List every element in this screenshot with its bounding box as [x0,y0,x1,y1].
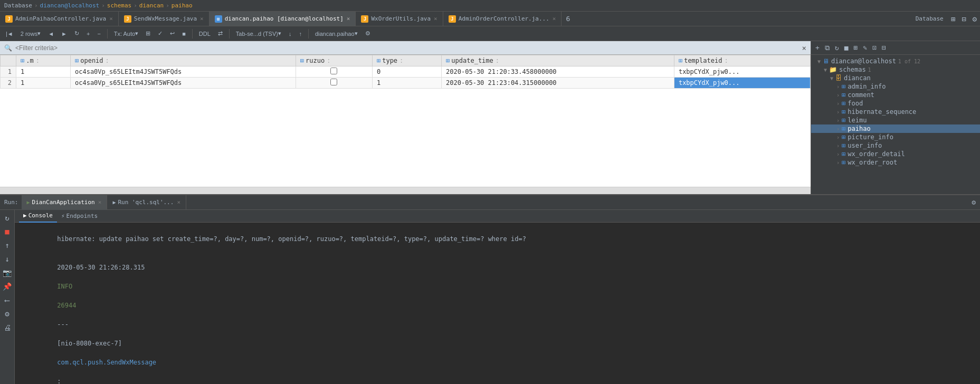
tab-close-icon[interactable]: × [177,199,180,206]
cell-update-time[interactable]: 2020-05-30 21:20:33.458000000 [442,66,674,78]
tab-adminpaihacontroller[interactable]: J AdminPaihaoController.java × [0,12,119,26]
tree-item-admin-info[interactable]: › ⊞ admin_info [811,82,980,91]
expand-icon[interactable]: ⊞ [948,15,958,23]
pin-btn[interactable]: 📌 [1,281,13,292]
import-btn[interactable]: ↑ [296,30,305,37]
refresh-btn[interactable]: ↻ [72,30,82,37]
gear-icon[interactable]: ⚙ [972,198,976,206]
sub-tab-endpoints[interactable]: ⚡ Endpoints [57,210,102,223]
tree-item-hibernate-sequence[interactable]: › ⊞ hibernate_sequence [811,108,980,116]
tab-sendwxmessage[interactable]: J SendWxMessage.java × [119,12,210,26]
cell-m[interactable]: 1 [16,66,71,78]
col-header-m[interactable]: ⊞.m: [16,55,71,66]
col-header-update-time[interactable]: ⊞update_time: [442,55,674,66]
cell-openid[interactable]: oc4sa0Vp_s65LEItm4JSWT5WFQds [70,78,296,89]
tab-adminordercontroller[interactable]: J AdminOrderController.ja... × [443,12,562,26]
cell-update-time[interactable]: 2020-05-30 21:23:04.315000000 [442,78,674,89]
settings-btn[interactable]: ⚙ [3,308,11,320]
cell-type[interactable]: 0 [372,66,441,78]
nav-first-btn[interactable]: |◄ [3,30,16,37]
stop-btn[interactable]: ■ [179,30,188,37]
col-header-templateid[interactable]: ⊞templateid: [674,55,810,66]
ruzuo-checkbox[interactable] [330,79,337,85]
tab-close-icon[interactable]: × [347,15,350,22]
tree-item-diancan[interactable]: ▼ 🗄 diancan [811,74,980,82]
breadcrumb-item-database[interactable]: Database [4,2,32,9]
left-arrow-btn[interactable]: ⟵ [3,294,11,306]
remove-btn[interactable]: − [94,30,103,37]
tree-item-comment[interactable]: › ⊞ comment [811,91,980,99]
tree-refresh-btn[interactable]: ↻ [833,43,841,53]
nav-next-btn[interactable]: ► [59,30,70,37]
cell-openid[interactable]: oc4sa0Vp_s65LEItm4JSWT5WFQds [70,66,296,78]
filter-input[interactable] [15,44,800,52]
settings-icon[interactable]: ⚙ [969,15,980,23]
ddl-btn[interactable]: DDL [196,30,213,37]
tree-stop-btn[interactable]: ■ [842,43,851,53]
add-btn[interactable]: + [84,30,92,37]
check-btn[interactable]: ✓ [155,30,165,37]
camera-btn[interactable]: 📷 [1,267,13,279]
tab-wxorderutils[interactable]: J WxOrderUtils.java × [356,12,443,26]
tree-item-picture-info[interactable]: › ⊞ picture_info [811,133,980,141]
breadcrumb-item-host[interactable]: diancan@localhost [40,2,100,9]
ddl-extra-btn[interactable]: ⇄ [215,30,225,37]
undo-btn[interactable]: ↩ [167,30,177,37]
schema-dropdown[interactable]: diancan.paihao ▾ [312,30,360,37]
tab-diancan-paihao[interactable]: ⊞ diancan.paihao [diancan@localhost] × [210,12,356,26]
tree-prop-btn[interactable]: ⊡ [870,43,879,53]
tab-more-button[interactable]: 6 [562,15,574,23]
db-panel: 🔍 × ⊞.m: ⊞openid: ⊞ruzuo: ⊞type: ⊞update… [0,41,811,194]
bottom-tab-diancanapp[interactable]: ▶ DianCanApplication × [22,195,108,210]
tab-close-icon[interactable]: × [434,15,437,22]
split-icon[interactable]: ⊟ [958,15,969,23]
col-header-openid[interactable]: ⊞openid: [70,55,296,66]
breadcrumb-item-paihao[interactable]: paihao [172,2,193,9]
bottom-tab-qclsql[interactable]: ▶ Run 'qcl.sql'... × [107,195,186,210]
tab-close-icon[interactable]: × [98,199,102,206]
sub-tab-console[interactable]: ▶ Console [19,210,57,223]
ruzuo-checkbox[interactable] [330,68,337,74]
print-btn[interactable]: 🖨 [2,322,13,333]
cell-templateid-highlighted[interactable]: txbpCYdX_pjw0... [674,78,810,89]
export-btn[interactable]: ↓ [286,30,294,37]
console-area[interactable]: hibernate: update paihao set create_time… [15,223,980,384]
tree-item-user-info[interactable]: › ⊞ user_info [811,141,980,150]
tree-copy-btn[interactable]: ⧉ [823,43,832,53]
breadcrumb-item-schemas[interactable]: schemas [107,2,131,9]
cell-templateid[interactable]: txbpCYdX_pjw0... [674,66,810,78]
schema-settings-btn[interactable]: ⚙ [363,30,373,37]
tree-edit-btn[interactable]: ✎ [861,43,869,53]
tree-item-wx-order-detail[interactable]: › ⊞ wx_order_detail [811,150,980,158]
tree-filter-btn[interactable]: ⊟ [880,43,888,53]
col-header-ruzuo[interactable]: ⊞ruzuo: [296,55,372,66]
tree-item-host[interactable]: ▼ 🖥 diancan@localhost 1 of 12 [811,57,980,65]
tab-close-icon[interactable]: × [553,15,556,22]
breadcrumb-item-diancan[interactable]: diancan [139,2,164,9]
tab-close-icon[interactable]: × [109,15,113,22]
tree-add-btn[interactable]: + [813,43,822,53]
tree-table-btn[interactable]: ⊞ [851,43,860,53]
horizontal-scrollbar[interactable] [0,187,811,194]
stop-btn[interactable]: ■ [3,226,11,237]
cell-type[interactable]: 1 [372,78,441,89]
tree-item-wx-order-root[interactable]: › ⊞ wx_order_root [811,158,980,167]
up-btn[interactable]: ↑ [3,239,11,251]
restart-btn[interactable]: ↻ [3,212,11,224]
tree-item-paihao[interactable]: › ⊞ paihao [811,124,980,133]
tab-close-icon[interactable]: × [200,15,204,22]
tx-dropdown[interactable]: Tx: Auto ▾ [111,30,141,37]
nav-prev-btn[interactable]: ◄ [45,30,56,37]
tree-item-schemas[interactable]: ▼ 📁 schemas 1 [811,65,980,74]
filter-close-icon[interactable]: × [802,44,806,52]
cell-ruzuo[interactable] [296,66,372,78]
tx-icon-btn[interactable]: ⊞ [143,30,153,37]
tree-item-food[interactable]: › ⊞ food [811,99,980,108]
tab-tsv-dropdown[interactable]: Tab-se...d (TSV) ▾ [233,30,284,37]
down-btn[interactable]: ↓ [3,253,11,265]
cell-ruzuo[interactable] [296,78,372,89]
col-header-type[interactable]: ⊞type: [372,55,441,66]
tree-item-leimu[interactable]: › ⊞ leimu [811,116,980,124]
rows-dropdown[interactable]: 2 rows ▾ [18,30,43,37]
cell-m[interactable]: 1 [16,78,71,89]
